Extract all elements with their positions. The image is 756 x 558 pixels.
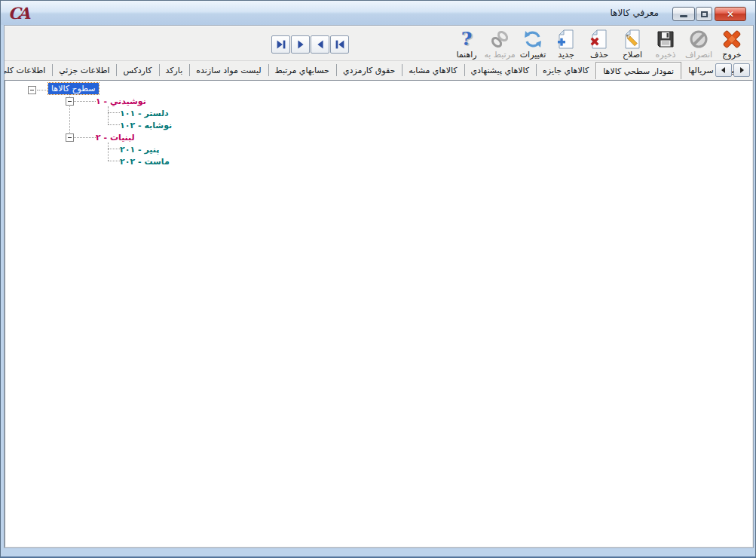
tree-connector xyxy=(74,137,96,138)
nav-last-icon xyxy=(274,38,288,51)
tab-goods-level-chart[interactable]: نمودار سطحي كالاها xyxy=(595,62,681,79)
content-panel: سطوح كالاها نوشيدني - ۱ دلستر - ۱۰۱ نوشا… xyxy=(5,80,753,547)
maximize-button[interactable] xyxy=(696,7,712,21)
link-icon xyxy=(489,29,510,50)
tree-connector xyxy=(108,106,109,124)
maximize-icon xyxy=(701,11,708,17)
nav-next-button[interactable] xyxy=(291,35,310,54)
tree-node-group[interactable]: نوشيدني - ۱ xyxy=(96,97,146,106)
edit-label: اصلاح xyxy=(623,51,642,60)
tab-bar: اطلاعات كلي اطلاعات جزئي كاردكس باركد لي… xyxy=(5,61,753,79)
new-icon xyxy=(556,29,577,50)
delete-icon xyxy=(589,29,610,50)
changes-icon xyxy=(522,29,543,50)
tree-connector xyxy=(108,124,120,125)
tree-node-item[interactable]: پنير - ۲۰۱ xyxy=(120,145,159,155)
toolbar-buttons: ? راهنما مرتبط به xyxy=(450,27,748,61)
tree-node-group[interactable]: لبنيات - ۲ xyxy=(96,133,135,143)
save-icon xyxy=(655,29,676,50)
tree-node-item[interactable]: نوشابه - ۱۰۲ xyxy=(120,121,172,130)
help-icon: ? xyxy=(461,29,473,49)
minimize-icon xyxy=(680,15,687,17)
tab-scroll-group xyxy=(715,63,750,77)
exit-button[interactable]: خروج xyxy=(715,27,748,61)
tab-scroll-right-button[interactable] xyxy=(733,63,750,77)
expand-collapse-box-group2[interactable] xyxy=(66,133,74,142)
app-logo: CA xyxy=(8,4,27,23)
tab-scroll-left-button[interactable] xyxy=(715,63,732,77)
cancel-button[interactable]: انصراف xyxy=(682,27,715,61)
tree-connector xyxy=(74,101,96,102)
minimize-button[interactable] xyxy=(672,7,695,21)
tree-connector xyxy=(108,149,120,149)
tab-kardex[interactable]: كاردكس xyxy=(116,61,158,79)
tab-similar-goods[interactable]: كالاهاي مشابه xyxy=(402,61,464,79)
titlebar: CA معرفي كالاها ✕ xyxy=(1,1,755,25)
delete-button[interactable]: حذف xyxy=(583,27,616,61)
help-label: راهنما xyxy=(456,51,476,60)
cancel-label: انصراف xyxy=(685,51,712,60)
changes-label: تغييرات xyxy=(520,51,546,60)
expand-collapse-box-root[interactable] xyxy=(28,86,36,94)
tree-connector xyxy=(108,161,120,161)
save-label: ذخيره xyxy=(656,51,676,60)
close-button[interactable]: ✕ xyxy=(715,7,746,21)
nav-next-icon xyxy=(294,38,308,51)
expand-collapse-box-group1[interactable] xyxy=(66,97,74,106)
edit-button[interactable]: اصلاح xyxy=(616,27,649,61)
nav-prev-icon xyxy=(314,38,327,51)
help-button[interactable]: ? راهنما xyxy=(450,27,483,61)
new-button[interactable]: جديد xyxy=(549,27,583,61)
new-label: جديد xyxy=(558,51,574,60)
arrow-right-icon xyxy=(738,66,745,74)
record-nav-group xyxy=(271,35,349,54)
linked-button[interactable]: مرتبط به xyxy=(483,27,516,61)
nav-last-button[interactable] xyxy=(271,35,290,54)
tab-materials-list[interactable]: ليست مواد سازنده xyxy=(189,61,268,79)
tree-node-item[interactable]: دلستر - ۱۰۱ xyxy=(120,109,169,118)
toolbar: ? راهنما مرتبط به xyxy=(5,26,753,61)
tab-barcode[interactable]: باركد xyxy=(159,61,190,79)
linked-label: مرتبط به xyxy=(484,51,515,60)
tab-commission-fees[interactable]: حقوق كارمزدي xyxy=(336,61,402,79)
nav-prev-button[interactable] xyxy=(311,35,329,54)
exit-label: خروج xyxy=(722,51,741,60)
close-icon: ✕ xyxy=(727,9,734,20)
goods-level-tree: سطوح كالاها نوشيدني - ۱ دلستر - ۱۰۱ نوشا… xyxy=(5,81,752,547)
tree-node-item[interactable]: ماست - ۲۰۲ xyxy=(120,157,170,167)
tab-general-info[interactable]: اطلاعات كلي xyxy=(5,61,52,79)
tab-detail-info[interactable]: اطلاعات جزئي xyxy=(52,61,116,79)
tree-connector xyxy=(37,90,49,90)
tree-connector xyxy=(108,143,109,161)
exit-icon xyxy=(721,29,742,50)
tree-node-root-selected[interactable]: سطوح كالاها xyxy=(48,83,99,94)
client-area: ? راهنما مرتبط به xyxy=(4,25,754,548)
delete-label: حذف xyxy=(590,51,608,60)
arrow-left-icon xyxy=(720,66,727,74)
cancel-icon xyxy=(688,29,709,50)
tree-connector xyxy=(108,112,120,113)
tab-related-accounts[interactable]: حسابهاي مرتبط xyxy=(268,61,336,79)
tab-suggested-goods[interactable]: كالاهاي پيشنهادي xyxy=(464,61,537,79)
window-title: معرفي كالاها xyxy=(610,8,659,18)
app-window: CA معرفي كالاها ✕ xyxy=(0,0,756,558)
tab-bonus-goods[interactable]: كالاهاي جايزه xyxy=(536,61,595,79)
save-button[interactable]: ذخيره xyxy=(649,27,682,61)
changes-button[interactable]: تغييرات xyxy=(516,27,549,61)
nav-first-icon xyxy=(333,38,347,51)
edit-icon xyxy=(622,29,643,50)
nav-first-button[interactable] xyxy=(330,35,349,54)
